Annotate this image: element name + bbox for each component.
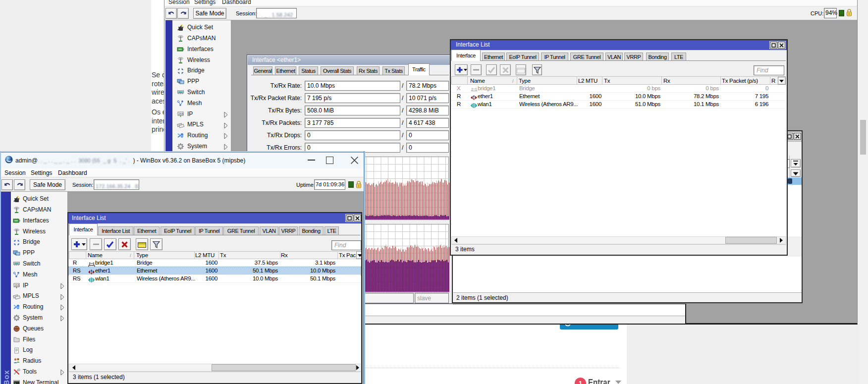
svg-text:255: 255: [14, 284, 20, 287]
svg-text:255: 255: [178, 112, 184, 115]
